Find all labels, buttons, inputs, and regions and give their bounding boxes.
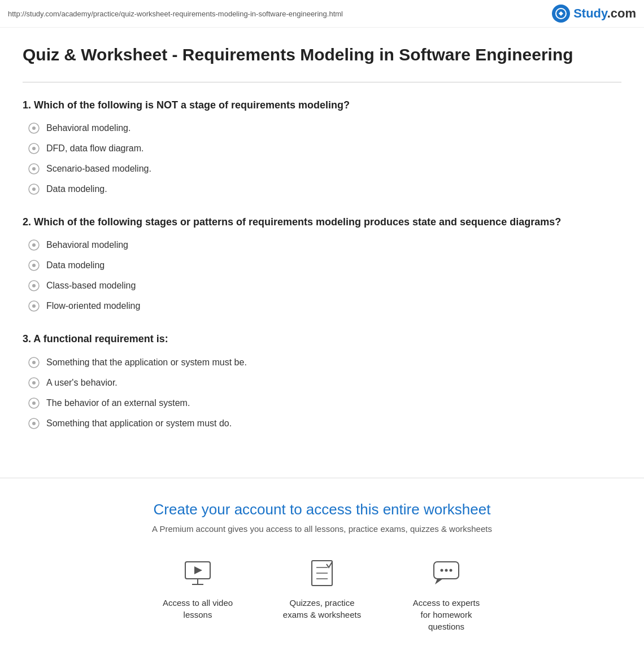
radio-button-icon[interactable] [28, 163, 40, 174]
answer-label-3-2: A user's behavior. [46, 378, 118, 388]
svg-point-24 [32, 422, 36, 425]
logo: Study.com [552, 5, 636, 23]
feature-item-2: Quizzes, practice exams & worksheets [282, 556, 362, 632]
svg-marker-34 [435, 579, 443, 584]
answer-option-3-2[interactable]: A user's behavior. [23, 377, 621, 388]
feature-item-3: Access to experts for homework questions [407, 556, 486, 632]
question-1-text: 1. Which of the following is NOT a stage… [23, 98, 621, 112]
answer-label-2-2: Data modeling [46, 260, 105, 270]
svg-point-12 [32, 264, 36, 267]
svg-point-6 [32, 167, 36, 171]
logo-suffix: .com [607, 6, 636, 20]
answer-label-1-3: Scenario-based modeling. [46, 164, 151, 174]
cta-section: Create your account to access this entir… [0, 478, 644, 655]
answer-option-1-1[interactable]: Behavioral modeling. [23, 123, 621, 134]
answer-option-2-2[interactable]: Data modeling [23, 260, 621, 271]
answer-label-1-1: Behavioral modeling. [46, 123, 130, 133]
svg-marker-26 [194, 566, 202, 574]
svg-point-14 [32, 284, 36, 287]
logo-icon [552, 5, 570, 23]
radio-button-icon[interactable] [28, 418, 40, 429]
radio-button-icon[interactable] [28, 398, 40, 409]
url-text: http://study.com/academy/practice/quiz-w… [8, 10, 343, 18]
radio-button-icon[interactable] [28, 260, 40, 271]
features-row: Access to all video lessonsQuizzes, prac… [11, 556, 633, 632]
answer-label-1-2: DFD, data flow diagram. [46, 143, 144, 154]
answer-option-1-4[interactable]: Data modeling. [23, 184, 621, 195]
question-1: 1. Which of the following is NOT a stage… [23, 98, 621, 195]
answer-label-2-1: Behavioral modeling [46, 240, 128, 250]
radio-button-icon[interactable] [28, 239, 40, 251]
radio-button-icon[interactable] [28, 280, 40, 291]
feature-label-3: Access to experts for homework questions [407, 597, 486, 632]
radio-button-icon[interactable] [28, 377, 40, 388]
svg-point-22 [32, 401, 36, 405]
svg-point-8 [32, 187, 36, 191]
answer-label-3-3: The behavior of an external system. [46, 398, 190, 408]
answer-label-3-1: Something that the application or system… [46, 357, 247, 368]
answer-option-2-1[interactable]: Behavioral modeling [23, 239, 621, 251]
svg-point-4 [32, 147, 36, 150]
radio-button-icon[interactable] [28, 123, 40, 134]
answer-label-2-4: Flow-oriented modeling [46, 301, 140, 311]
chat-icon [429, 556, 463, 590]
questions-container: 1. Which of the following is NOT a stage… [23, 98, 621, 429]
svg-point-18 [32, 361, 36, 364]
svg-point-16 [32, 304, 36, 308]
svg-point-10 [32, 243, 36, 247]
question-3: 3. A functional requirement is:Something… [23, 332, 621, 429]
radio-button-icon[interactable] [28, 357, 40, 368]
quiz-icon [305, 556, 339, 590]
answer-option-1-3[interactable]: Scenario-based modeling. [23, 163, 621, 174]
cta-title: Create your account to access this entir… [11, 501, 633, 518]
page-title: Quiz & Worksheet - Requirements Modeling… [23, 45, 621, 65]
answer-option-2-4[interactable]: Flow-oriented modeling [23, 300, 621, 312]
logo-wordmark: Study.com [573, 6, 636, 21]
answer-option-3-3[interactable]: The behavior of an external system. [23, 398, 621, 409]
radio-button-icon[interactable] [28, 143, 40, 154]
url-bar: http://study.com/academy/practice/quiz-w… [0, 0, 644, 28]
question-2-text: 2. Which of the following stages or patt… [23, 215, 621, 229]
svg-point-36 [445, 569, 448, 571]
answer-option-2-3[interactable]: Class-based modeling [23, 280, 621, 291]
answer-option-3-4[interactable]: Something that application or system mus… [23, 418, 621, 429]
answer-label-1-4: Data modeling. [46, 184, 107, 194]
radio-button-icon[interactable] [28, 300, 40, 312]
question-2: 2. Which of the following stages or patt… [23, 215, 621, 312]
radio-button-icon[interactable] [28, 184, 40, 195]
main-content: Quiz & Worksheet - Requirements Modeling… [0, 28, 644, 472]
feature-label-2: Quizzes, practice exams & worksheets [282, 597, 362, 621]
feature-item-1: Access to all video lessons [158, 556, 237, 632]
svg-point-35 [441, 569, 443, 571]
answer-label-3-4: Something that application or system mus… [46, 418, 232, 429]
feature-label-1: Access to all video lessons [158, 597, 237, 621]
svg-point-37 [450, 569, 452, 571]
answer-option-3-1[interactable]: Something that the application or system… [23, 357, 621, 368]
cta-subtitle: A Premium account gives you access to al… [11, 524, 633, 534]
title-divider [23, 82, 621, 82]
video-icon [181, 556, 215, 590]
svg-point-20 [32, 381, 36, 385]
answer-option-1-2[interactable]: DFD, data flow diagram. [23, 143, 621, 154]
answer-label-2-3: Class-based modeling [46, 281, 136, 291]
svg-point-2 [32, 126, 36, 130]
question-3-text: 3. A functional requirement is: [23, 332, 621, 346]
